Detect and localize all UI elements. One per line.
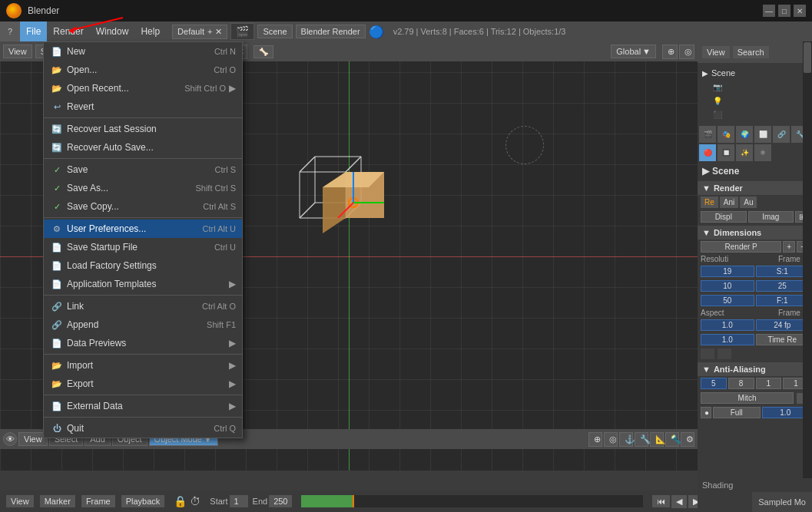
menu-item-user-prefs[interactable]: ⚙ User Preferences... Ctrl Alt U: [44, 220, 242, 238]
step-back-btn[interactable]: ◀: [671, 495, 687, 508]
marker-btn[interactable]: Marker: [40, 495, 75, 507]
tb2[interactable]: ◎: [604, 432, 618, 447]
tb5[interactable]: 📐: [650, 432, 664, 447]
tab-particle[interactable]: ✨: [736, 144, 753, 161]
outliner-scroll-thumb[interactable]: [804, 42, 811, 73]
aspect-y[interactable]: 1.0: [701, 334, 754, 345]
scale-s1[interactable]: S:1: [756, 266, 810, 277]
tb6[interactable]: 🔦: [665, 432, 679, 447]
proportional-btn[interactable]: ◎: [679, 45, 694, 59]
global-selector[interactable]: Global▼: [611, 45, 656, 58]
menu-item-app-templates[interactable]: 📄 Application Templates ▶: [44, 275, 242, 293]
res-50[interactable]: 50: [701, 295, 754, 306]
minimize-button[interactable]: —: [763, 5, 775, 17]
help-menu-trigger[interactable]: Help: [134, 21, 166, 41]
menu-item-link[interactable]: 🔗 Link Ctrl Alt O: [44, 297, 242, 315]
view-button[interactable]: View: [702, 46, 730, 58]
menu-item-recover-auto[interactable]: 🔄 Recover Auto Save...: [44, 138, 242, 157]
menu-item-open[interactable]: 📂 Open... Ctrl O: [44, 61, 242, 79]
tree-lamp[interactable]: 💡: [701, 94, 809, 107]
render-tab-re[interactable]: Re: [701, 197, 718, 208]
menu-item-save-as[interactable]: ✓ Save As... Shift Ctrl S: [44, 179, 242, 197]
menu-item-revert[interactable]: ↩ Revert: [44, 97, 242, 116]
tab-scene[interactable]: 🎭: [718, 126, 734, 143]
scale-25[interactable]: 25: [756, 280, 810, 292]
playback-btn[interactable]: Playback: [121, 495, 165, 507]
scale-f1[interactable]: F:1: [756, 295, 810, 306]
menu-item-save[interactable]: ✓ Save Ctrl S: [44, 160, 242, 179]
outliner-scrollbar[interactable]: [803, 41, 812, 512]
tb7[interactable]: ⚙: [681, 432, 694, 447]
tab-material[interactable]: 🔴: [699, 144, 716, 161]
aa-val-1a[interactable]: 1: [756, 378, 782, 389]
menu-item-new[interactable]: 📄 New Ctrl N: [44, 42, 242, 61]
tree-cube[interactable]: ⬛: [701, 107, 809, 121]
tree-camera[interactable]: 📷: [701, 80, 809, 94]
render-tab-ani[interactable]: Ani: [720, 197, 738, 208]
res-x[interactable]: 19: [701, 266, 754, 277]
tab-constraint[interactable]: 🔗: [773, 126, 790, 143]
displ-btn[interactable]: Displ: [701, 211, 747, 223]
imag-btn[interactable]: Imag: [748, 211, 794, 223]
search-button[interactable]: Search: [733, 46, 769, 58]
scene-selector[interactable]: Scene: [257, 25, 292, 38]
full-label[interactable]: Full: [713, 407, 761, 418]
aspect-x[interactable]: 1.0: [701, 319, 754, 331]
menu-item-import[interactable]: 📂 Import ▶: [44, 356, 242, 375]
info-button[interactable]: ?: [0, 21, 20, 41]
toggle-2[interactable]: [718, 348, 731, 359]
close-button[interactable]: ✕: [794, 5, 806, 17]
end-frame[interactable]: 250: [269, 495, 292, 507]
timeline-bar[interactable]: [301, 495, 643, 507]
time-re[interactable]: Time Re: [756, 334, 810, 345]
tb1[interactable]: ⊕: [588, 432, 602, 447]
menu-item-save-copy[interactable]: ✓ Save Copy... Ctrl Alt S: [44, 197, 242, 216]
tab-world[interactable]: 🌍: [736, 126, 753, 143]
file-menu-trigger[interactable]: File: [20, 21, 47, 41]
start-frame[interactable]: 1: [230, 495, 248, 507]
aa-val-5[interactable]: 5: [701, 378, 727, 389]
dimensions-section-header[interactable]: ▼ Dimensions: [698, 226, 812, 239]
screen-selector[interactable]: Default + ✕: [172, 25, 227, 39]
menu-item-data-previews[interactable]: 📄 Data Previews ▶: [44, 334, 242, 352]
start-label: Start: [210, 497, 227, 506]
frame-btn[interactable]: Frame: [81, 495, 115, 507]
aa-val2[interactable]: 1.0: [762, 407, 810, 418]
render-section-header[interactable]: ▼ Render: [698, 181, 812, 195]
fps-val[interactable]: 24 fp: [756, 319, 810, 331]
menu-item-export[interactable]: 📂 Export ▶: [44, 375, 242, 393]
menu-item-save-startup[interactable]: 📄 Save Startup File Ctrl U: [44, 238, 242, 256]
menu-item-append[interactable]: 🔗 Append Shift F1: [44, 315, 242, 334]
tab-object[interactable]: ⬜: [754, 126, 771, 143]
add-preset[interactable]: +: [783, 241, 795, 253]
engine-selector[interactable]: Blender Render: [296, 25, 366, 38]
jump-start-btn[interactable]: ⏮: [652, 495, 670, 507]
view-btn-timeline[interactable]: View: [6, 495, 34, 507]
render-preset[interactable]: Render P: [701, 241, 781, 253]
menu-item-load-factory[interactable]: 📄 Load Factory Settings: [44, 256, 242, 275]
render-menu-trigger[interactable]: Render: [47, 21, 89, 41]
aa-section-header[interactable]: ▼ Anti-Aliasing: [698, 362, 812, 376]
view-transform-btn[interactable]: 🦴: [254, 45, 273, 58]
viewport-view-btn[interactable]: View: [3, 45, 32, 58]
menu-item-open-recent[interactable]: 📂 Open Recent... Shift Ctrl O ▶: [44, 79, 242, 97]
tab-texture[interactable]: 🔲: [718, 144, 734, 161]
toggle-1[interactable]: [701, 348, 714, 359]
full-radio[interactable]: ●: [701, 407, 711, 418]
menu-item-quit[interactable]: ⏻ Quit Ctrl Q: [44, 419, 242, 438]
maximize-button[interactable]: □: [778, 5, 790, 17]
menu-item-recover-last[interactable]: 🔄 Recover Last Session: [44, 120, 242, 138]
aa-mitch[interactable]: Mitch: [701, 392, 794, 404]
snap-btn[interactable]: ⊕: [662, 45, 678, 59]
render-tab-au[interactable]: Au: [740, 197, 757, 208]
tree-scene[interactable]: ▶ Scene: [701, 66, 809, 80]
res-x2[interactable]: 10: [701, 280, 754, 292]
window-menu-trigger[interactable]: Window: [90, 21, 135, 41]
tab-physics[interactable]: ⚛: [754, 144, 771, 161]
tb3[interactable]: ⚓: [619, 432, 633, 447]
view-btn[interactable]: 👁: [3, 432, 17, 446]
tab-render[interactable]: 🎬: [699, 126, 716, 143]
aa-val-8[interactable]: 8: [728, 378, 754, 389]
tb4[interactable]: 🔧: [635, 432, 648, 447]
menu-item-external-data[interactable]: 📄 External Data ▶: [44, 397, 242, 415]
